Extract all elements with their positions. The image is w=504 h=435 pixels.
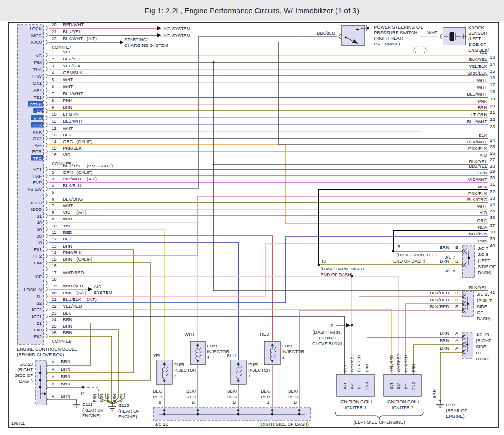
pin-number: 3	[52, 176, 54, 181]
pin-number: 13	[52, 132, 57, 137]
wire-qualifier: (CALIF)	[76, 170, 92, 175]
ecm-pin-arc	[46, 227, 47, 232]
label: (LEFT	[468, 36, 481, 41]
junction-dot	[467, 303, 469, 305]
edge-wire-number: 35	[490, 208, 495, 213]
label: BRN	[440, 345, 449, 351]
label: B	[455, 304, 458, 309]
label: A	[455, 345, 458, 351]
label: DASH)	[19, 378, 33, 383]
label: OF	[476, 350, 482, 355]
label: BRN	[61, 367, 70, 372]
label: ENGINE)	[82, 413, 101, 418]
label: OF	[477, 310, 483, 315]
label: (DASH HARN, RIGHT	[321, 266, 365, 271]
ecm-pin-name: KNK	[32, 129, 42, 135]
label: BLK/	[186, 389, 196, 394]
label: DASH)	[476, 356, 490, 361]
wire-color-label: GRN/BLK	[63, 70, 83, 75]
coil2-label: IGNITION COIL/	[386, 399, 419, 404]
splice-i3: I3	[322, 258, 326, 263]
ecm-pin-arc	[46, 274, 47, 278]
label: GND	[365, 382, 369, 390]
edge-wire-color: BLK	[479, 133, 488, 138]
wire-color-label: ORG	[63, 139, 73, 144]
label: B	[267, 399, 269, 405]
edge-wire-color: BLK/YEL	[469, 285, 487, 290]
edge-wire-color: WHT	[477, 84, 487, 90]
wire-color-label: BLU/BLK	[63, 297, 82, 302]
ecm-pin-arc	[46, 95, 47, 99]
junction-dot	[163, 413, 166, 416]
pin-number: 17	[52, 270, 57, 275]
ecm-pin-name: HT1	[33, 167, 42, 172]
ecm-pin-name: SL	[36, 294, 42, 299]
wire-qualifier: (A/T)	[87, 297, 97, 302]
label: END OF DASH)	[393, 258, 425, 263]
engine-side-label: (LEFT SIDE OF ENGINE)	[353, 420, 405, 425]
edge-wire-number: 39	[490, 236, 495, 241]
label: B	[455, 297, 458, 302]
pin-number: 14	[52, 250, 57, 255]
ecm-pin-arc	[46, 207, 47, 211]
wire-color-label: GRN	[63, 170, 73, 175]
junction-dot	[466, 344, 469, 346]
label: B+	[404, 384, 408, 389]
knock-wire-color: WHT	[427, 30, 437, 35]
ecm-pin-name: MGC	[31, 33, 42, 38]
i2-arrowhead	[346, 323, 351, 327]
junction-dot	[213, 61, 215, 64]
pin-number: 10	[52, 223, 57, 228]
label: (REAR OF	[118, 408, 140, 413]
pin-number: 12	[52, 126, 57, 131]
label: A	[52, 393, 55, 398]
pin-number: 22	[52, 36, 57, 41]
ecm-pin-arc	[46, 180, 47, 185]
wire-jc23-row5	[47, 399, 76, 401]
edge-wire-number: 18	[490, 89, 495, 94]
ecm-pin-arc	[46, 193, 47, 198]
wire-color-label: WHT	[63, 203, 73, 208]
junction-dot	[39, 372, 42, 374]
ecm-pin-name: E02	[34, 334, 42, 339]
g115-left: G115	[82, 402, 93, 407]
pin-number: 8	[52, 210, 54, 215]
label: B	[159, 399, 161, 405]
ecm-pin-name: 40	[37, 220, 42, 225]
edge-wire-number: 29	[490, 168, 495, 173]
pin-number: 6	[52, 196, 54, 202]
system-arrow-icon	[88, 287, 92, 291]
label: CHARGING SYSTEM	[124, 43, 168, 48]
wire-qualifier: (CALIF)	[76, 256, 92, 262]
pin-number: 1	[52, 49, 54, 54]
ecm-pin-arc	[46, 294, 47, 299]
junction-dot	[197, 413, 199, 416]
edge-wire-number: 30	[490, 175, 495, 180]
label: B	[455, 245, 458, 250]
pin-number: 23	[52, 310, 57, 315]
edge-wire-color: PNK	[478, 238, 487, 243]
ecm-pin-name: EGR	[32, 149, 42, 154]
label: (RIGHT	[476, 338, 491, 343]
pin-number: 1	[52, 163, 54, 168]
label: YEL	[153, 353, 161, 358]
edge-wire-number: 40	[490, 243, 495, 248]
ecm-pin-arc	[46, 142, 47, 147]
label: (RIGHT SIDE OF DASH)	[260, 421, 309, 427]
starting-system: STARTING/	[124, 37, 148, 42]
ecm-pin-name: VTA	[33, 115, 42, 120]
label: IGF	[397, 382, 401, 389]
junction-dot	[345, 37, 347, 39]
pin-number: 12	[52, 236, 57, 241]
connector-arc	[440, 34, 442, 39]
label: SIDE OF	[468, 42, 486, 47]
label: (DASH HARN, LEFT	[397, 252, 438, 257]
label: IGT	[343, 382, 347, 389]
edge-wire-number: 21	[490, 110, 495, 115]
pin-number: 7	[52, 203, 54, 208]
label: BRN	[440, 245, 449, 250]
pin-number: 15	[52, 256, 57, 262]
ecm-pin-arc	[46, 33, 47, 38]
edge-wire-number: 14	[490, 61, 495, 67]
label: BLK/	[227, 389, 237, 394]
